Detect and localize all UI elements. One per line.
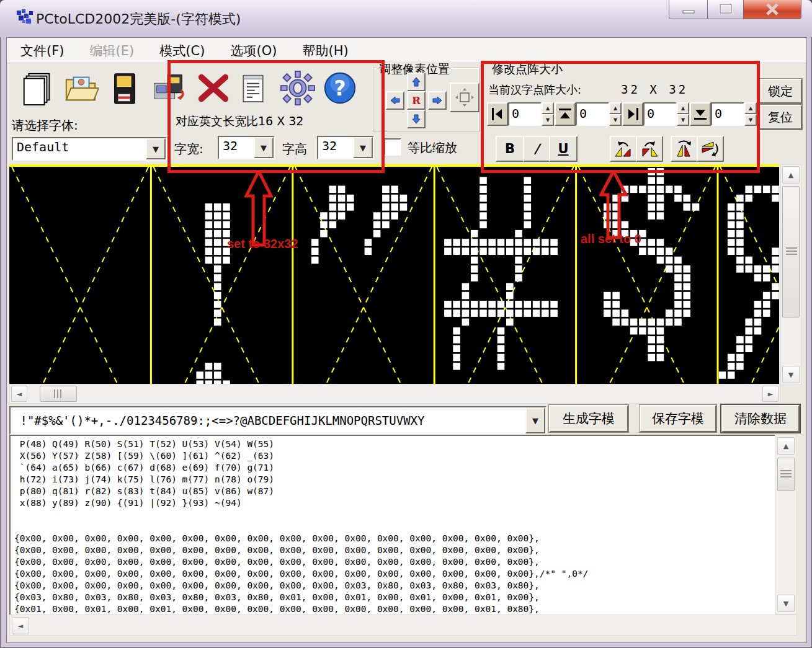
move-down-button[interactable] — [407, 110, 426, 128]
scroll-down-icon[interactable]: ▼ — [777, 595, 795, 612]
scroll-up-icon[interactable]: ▲ — [782, 166, 800, 184]
minimize-icon — [679, 3, 698, 16]
chevron-down-icon[interactable]: ▼ — [146, 138, 166, 159]
scroll-down-icon[interactable]: ▼ — [782, 366, 800, 383]
scroll-right-icon[interactable]: ► — [762, 386, 779, 402]
uniform-scale-label: 等比缩放 — [408, 140, 457, 156]
output-vscroll-thumb[interactable] — [777, 458, 795, 491]
maximize-button[interactable] — [707, 0, 744, 19]
canvas-vscroll-thumb[interactable] — [782, 186, 800, 317]
font-select-label: 请选择字体: — [12, 117, 78, 134]
font-select-value: Default — [13, 138, 146, 159]
save-icon[interactable] — [106, 69, 145, 107]
lcd-canvas[interactable] — [9, 164, 779, 384]
menu-file[interactable]: 文件(F) — [12, 38, 73, 64]
annotation-note-matrix: all set to 0 — [581, 232, 641, 246]
clear-data-button[interactable]: 清除数据 — [721, 405, 800, 432]
center-glyph-button[interactable] — [450, 82, 480, 112]
menu-bar: 文件(F) 编辑(E) 模式(C) 选项(O) 帮助(H) — [7, 38, 806, 63]
maximize-icon — [718, 3, 734, 16]
title-bar[interactable]: PCtoLCD2002完美版-(字符模式) — [0, 0, 812, 37]
lcd-grid — [9, 164, 779, 384]
close-icon — [764, 2, 780, 16]
scroll-left-icon[interactable]: ◄ — [12, 617, 29, 634]
scroll-left-icon[interactable]: ◄ — [11, 386, 27, 402]
scroll-up-icon[interactable]: ▲ — [777, 437, 795, 455]
canvas-hscrollbar[interactable]: ◄ ► — [9, 384, 780, 404]
minimize-button[interactable] — [669, 0, 708, 19]
lock-button[interactable]: 锁定 — [759, 79, 802, 104]
app-window: PCtoLCD2002完美版-(字符模式) 文件(F) 编辑(E) 模式(C) … — [0, 0, 812, 648]
move-up-button[interactable] — [407, 73, 426, 91]
move-left-button[interactable] — [386, 91, 404, 110]
open-file-icon[interactable] — [61, 69, 100, 107]
new-file-icon[interactable] — [18, 69, 56, 107]
output-area[interactable]: P(48) Q(49) R(50) S(51) T(52) U(53) V(54… — [9, 435, 777, 616]
annotation-box-size — [167, 60, 385, 173]
move-right-button[interactable] — [428, 91, 447, 110]
annotation-arrow-up — [599, 170, 628, 239]
char-strip: ▼ — [9, 406, 547, 435]
reset-button[interactable]: 复位 — [759, 105, 802, 130]
generate-module-button[interactable]: 生成字模 — [549, 405, 628, 432]
uniform-scale-checkbox[interactable] — [384, 138, 401, 156]
window-title: PCtoLCD2002完美版-(字符模式) — [36, 10, 241, 29]
annotation-box-matrix — [481, 61, 760, 173]
menu-edit[interactable]: 编辑(E) — [81, 38, 143, 64]
annotation-note-size: set to 32x32 — [227, 237, 298, 251]
app-icon — [16, 9, 33, 25]
output-text: P(48) Q(49) R(50) S(51) T(52) U(53) V(54… — [14, 438, 776, 615]
char-strip-input[interactable] — [11, 407, 525, 433]
chevron-down-icon[interactable]: ▼ — [525, 407, 545, 433]
canvas-vscrollbar[interactable]: ▲ ▼ — [780, 164, 801, 385]
pixel-reset-button[interactable]: R — [407, 91, 426, 110]
annotation-arrow-up — [244, 170, 273, 247]
output-vscrollbar[interactable]: ▲ ▼ — [775, 435, 797, 615]
save-module-button[interactable]: 保存字模 — [640, 405, 716, 432]
font-select-combobox[interactable]: Default ▼ — [12, 137, 167, 161]
output-hscrollbar[interactable]: ◄ — [9, 615, 797, 636]
canvas-hscroll-thumb[interactable] — [40, 386, 77, 402]
close-button[interactable] — [743, 0, 801, 19]
